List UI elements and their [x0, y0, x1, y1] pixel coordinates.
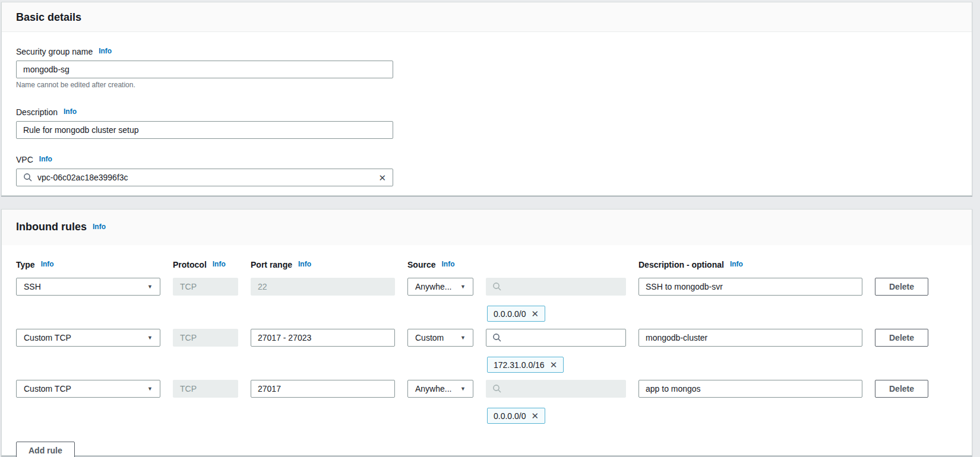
inbound-rules-header: Inbound rulesInfo [2, 210, 972, 245]
delete-rule-button[interactable]: Delete [875, 329, 928, 347]
cidr-token-remove-icon[interactable]: ✕ [532, 309, 539, 318]
port-range-info-link[interactable]: Info [298, 260, 311, 268]
rule-description-input[interactable] [638, 380, 862, 398]
security-group-name-label: Security group name [16, 47, 93, 56]
search-icon [492, 282, 502, 291]
rule-description-input[interactable] [638, 278, 862, 296]
vpc-select-input[interactable]: ✕ [16, 169, 393, 186]
rule-row: Custom TCP▼ Custom▼ Delete [16, 329, 957, 347]
rules-table-header: TypeInfo ProtocolInfo Port rangeInfo Sou… [16, 259, 957, 270]
cidr-token: 172.31.0.0/16 ✕ [487, 357, 564, 373]
cidr-token-label: 0.0.0.0/0 [494, 309, 526, 319]
source-info-link[interactable]: Info [441, 260, 454, 268]
source-select[interactable]: Anywhe...▼ [407, 380, 473, 398]
source-search-input [507, 282, 619, 291]
search-icon [492, 333, 502, 342]
add-rule-wrap: Add rule [16, 442, 957, 457]
source-search-box [486, 278, 626, 296]
column-header-port-range: Port rangeInfo [251, 259, 395, 270]
description-label: Description [16, 107, 58, 117]
source-select[interactable]: Custom▼ [407, 329, 473, 347]
security-group-name-info-link[interactable]: Info [99, 47, 112, 55]
column-header-type: TypeInfo [16, 259, 160, 270]
chevron-down-icon: ▼ [147, 284, 153, 290]
type-select[interactable]: SSH▼ [16, 278, 160, 296]
cidr-token: 0.0.0.0/0 ✕ [487, 306, 545, 322]
cidr-token: 0.0.0.0/0 ✕ [487, 408, 545, 424]
chevron-down-icon: ▼ [147, 335, 153, 341]
rule-description-input[interactable] [638, 329, 862, 347]
security-group-name-field: Security group nameInfo Name cannot be e… [16, 46, 957, 89]
description-input[interactable] [16, 121, 393, 139]
basic-details-title: Basic details [16, 11, 81, 24]
type-info-link[interactable]: Info [41, 260, 54, 268]
protocol-input [173, 278, 238, 296]
vpc-label: VPC [16, 155, 33, 164]
description-field: DescriptionInfo [16, 107, 957, 139]
source-search-box [486, 380, 626, 398]
cidr-token-label: 172.31.0.0/16 [494, 360, 545, 370]
port-range-input[interactable] [251, 329, 395, 347]
inbound-rules-body: TypeInfo ProtocolInfo Port rangeInfo Sou… [2, 245, 972, 457]
basic-details-card: Basic details Security group nameInfo Na… [1, 2, 972, 196]
search-icon [492, 384, 502, 393]
description-info-link[interactable]: Info [730, 260, 743, 268]
cidr-token-row: 172.31.0.0/16 ✕ [16, 357, 957, 373]
basic-details-body: Security group nameInfo Name cannot be e… [2, 32, 972, 201]
security-group-name-input[interactable] [16, 61, 393, 78]
port-range-input[interactable] [251, 380, 395, 398]
source-search-input [507, 384, 619, 393]
port-range-input [251, 278, 395, 296]
security-group-name-helper: Name cannot be edited after creation. [16, 81, 957, 89]
delete-rule-button[interactable]: Delete [875, 278, 928, 296]
chevron-down-icon: ▼ [147, 386, 153, 392]
cidr-token-label: 0.0.0.0/0 [494, 411, 526, 421]
cidr-token-remove-icon[interactable]: ✕ [550, 360, 558, 369]
source-select[interactable]: Anywhe...▼ [407, 278, 473, 296]
protocol-input [173, 380, 238, 398]
cidr-token-remove-icon[interactable]: ✕ [532, 411, 539, 420]
cidr-token-row: 0.0.0.0/0 ✕ [16, 306, 957, 322]
column-header-source: SourceInfo [407, 259, 626, 270]
inbound-rules-card: Inbound rulesInfo TypeInfo ProtocolInfo … [1, 209, 972, 456]
chevron-down-icon: ▼ [460, 386, 466, 392]
vpc-value-input[interactable] [37, 173, 374, 182]
cidr-token-row: 0.0.0.0/0 ✕ [16, 408, 957, 424]
basic-details-header: Basic details [2, 2, 972, 32]
column-header-description: Description - optionalInfo [638, 259, 862, 270]
protocol-info-link[interactable]: Info [213, 260, 226, 268]
inbound-rules-title: Inbound rules [16, 221, 87, 233]
source-search-box[interactable] [486, 329, 626, 347]
inbound-rules-info-link[interactable]: Info [93, 223, 106, 231]
add-rule-button[interactable]: Add rule [16, 442, 75, 457]
search-icon [23, 173, 33, 182]
chevron-down-icon: ▼ [460, 335, 466, 341]
column-header-protocol: ProtocolInfo [173, 259, 238, 270]
rule-row: Custom TCP▼ Anywhe...▼ Delete [16, 380, 957, 398]
delete-rule-button[interactable]: Delete [875, 380, 928, 398]
protocol-input [173, 329, 238, 347]
vpc-clear-icon[interactable]: ✕ [378, 173, 386, 182]
rules-container: SSH▼ Anywhe...▼ Delete 0.0.0.0/0 ✕ Custo… [16, 278, 957, 424]
vpc-info-link[interactable]: Info [39, 155, 52, 163]
vpc-field: VPCInfo ✕ [16, 154, 957, 186]
type-select[interactable]: Custom TCP▼ [16, 329, 160, 347]
type-select[interactable]: Custom TCP▼ [16, 380, 160, 398]
chevron-down-icon: ▼ [460, 284, 466, 290]
source-search-input[interactable] [507, 333, 619, 342]
description-info-link[interactable]: Info [64, 107, 77, 116]
rule-row: SSH▼ Anywhe...▼ Delete [16, 278, 957, 296]
